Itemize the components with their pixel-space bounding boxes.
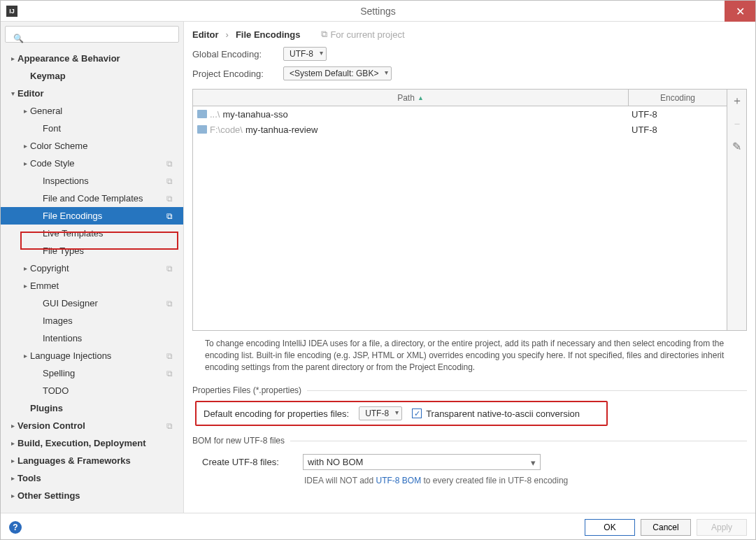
tree-item-label: Other Settings — [17, 490, 183, 501]
table-row[interactable]: ...\my-tanahua-ssoUTF-8 — [193, 106, 727, 122]
close-button[interactable]: ✕ — [725, 1, 755, 22]
tree-item-color-scheme[interactable]: ▸Color Scheme — [1, 137, 183, 155]
chevron-right-icon: › — [226, 29, 229, 40]
chevron-right-icon: ▸ — [8, 439, 17, 447]
settings-content: Editor › File Encodings ⧉ For current pr… — [184, 22, 755, 513]
tree-item-todo[interactable]: TODO — [1, 382, 183, 399]
tree-item-images[interactable]: Images — [1, 312, 183, 329]
tree-item-intentions[interactable]: Intentions — [1, 329, 183, 347]
tree-item-live-templates[interactable]: Live Templates — [1, 225, 183, 242]
encoding-cell: UTF-8 — [629, 125, 727, 135]
transparent-ascii-checkbox[interactable]: ✓ — [412, 408, 422, 418]
breadcrumb: Editor › File Encodings ⧉ For current pr… — [192, 29, 747, 40]
tree-item-file-encodings[interactable]: File Encodings⧉ — [1, 207, 183, 225]
tree-item-plugins[interactable]: Plugins — [1, 399, 183, 417]
tree-item-font[interactable]: Font — [1, 120, 183, 137]
tree-item-label: Build, Execution, Deployment — [17, 438, 183, 448]
tree-item-label: File Encodings — [43, 211, 166, 221]
tree-item-languages-frameworks[interactable]: ▸Languages & Frameworks — [1, 452, 183, 469]
chevron-right-icon: ▸ — [8, 422, 17, 429]
chevron-right-icon: ▸ — [20, 264, 30, 272]
encoding-table: Path ▲ Encoding ...\my-tanahua-ssoUTF-8F… — [192, 89, 747, 331]
bom-select[interactable]: with NO BOM — [303, 454, 541, 470]
help-button[interactable]: ? — [9, 521, 22, 534]
project-encoding-label: Project Encoding: — [192, 69, 276, 79]
tree-item-label: TODO — [43, 385, 183, 396]
chevron-right-icon: ▸ — [8, 492, 17, 499]
tree-item-label: Font — [43, 123, 183, 134]
tree-item-gui-designer[interactable]: GUI Designer⧉ — [1, 294, 183, 312]
per-project-icon: ⧉ — [166, 159, 180, 169]
properties-encoding-select[interactable]: UTF-8 — [359, 406, 402, 420]
tree-item-label: Languages & Frameworks — [17, 455, 183, 466]
col-path[interactable]: Path ▲ — [193, 90, 629, 106]
tree-item-label: Live Templates — [43, 228, 183, 239]
col-encoding[interactable]: Encoding — [629, 90, 727, 106]
cancel-button[interactable]: Cancel — [641, 519, 691, 536]
tree-item-label: Keymap — [30, 71, 183, 81]
remove-row-button[interactable]: － — [732, 117, 743, 132]
add-row-button[interactable]: ＋ — [732, 94, 743, 108]
tree-item-copyright[interactable]: ▸Copyright⧉ — [1, 260, 183, 277]
ok-button[interactable]: OK — [585, 519, 635, 536]
search-icon: 🔍 — [13, 34, 24, 43]
tree-item-language-injections[interactable]: ▸Language Injections⧉ — [1, 347, 183, 364]
per-project-icon: ⧉ — [166, 421, 180, 431]
tree-item-other-settings[interactable]: ▸Other Settings — [1, 487, 183, 504]
global-encoding-select[interactable]: UTF-8 — [283, 47, 327, 61]
search-input[interactable] — [5, 26, 179, 43]
app-icon: IJ — [6, 6, 17, 17]
tree-item-version-control[interactable]: ▸Version Control⧉ — [1, 417, 183, 434]
tree-item-label: Spelling — [43, 368, 166, 378]
tree-item-file-and-code-templates[interactable]: File and Code Templates⧉ — [1, 190, 183, 207]
tree-item-keymap[interactable]: Keymap — [1, 67, 183, 85]
chevron-right-icon: ▸ — [20, 282, 30, 290]
copy-icon: ⧉ — [321, 29, 327, 40]
tree-item-emmet[interactable]: ▸Emmet — [1, 277, 183, 294]
tree-item-file-types[interactable]: File Types — [1, 242, 183, 260]
tree-item-appearance-behavior[interactable]: ▸Appearance & Behavior — [1, 50, 183, 67]
help-text: To change encoding IntelliJ IDEA uses fo… — [192, 331, 747, 383]
properties-section-label: Properties Files (*.properties) — [192, 385, 301, 395]
utf8-bom-link[interactable]: UTF-8 BOM — [376, 476, 421, 485]
edit-row-button[interactable]: ✎ — [732, 140, 741, 153]
encoding-cell: UTF-8 — [629, 109, 727, 120]
tree-item-label: Copyright — [30, 263, 166, 273]
window-title: Settings — [1, 6, 755, 17]
properties-encoding-label: Default encoding for properties files: — [204, 408, 349, 419]
tree-item-label: Tools — [17, 473, 183, 483]
tree-item-label: Language Injections — [30, 350, 166, 361]
chevron-right-icon: ▸ — [20, 142, 30, 150]
tree-item-editor[interactable]: ▾Editor — [1, 85, 183, 102]
tree-item-label: GUI Designer — [43, 298, 166, 308]
tree-item-label: General — [30, 106, 183, 116]
per-project-icon: ⧉ — [166, 369, 180, 378]
table-row[interactable]: F:\code\my-tanhua-reviewUTF-8 — [193, 122, 727, 137]
chevron-right-icon: ▸ — [20, 352, 30, 360]
bom-section-label: BOM for new UTF-8 files — [192, 436, 285, 446]
tree-item-label: Version Control — [17, 420, 166, 431]
tree-item-general[interactable]: ▸General — [1, 102, 183, 120]
tree-item-label: File Types — [43, 246, 183, 256]
tree-item-code-style[interactable]: ▸Code Style⧉ — [1, 155, 183, 172]
project-encoding-select[interactable]: <System Default: GBK> — [283, 66, 392, 80]
tree-item-spelling[interactable]: Spelling⧉ — [1, 364, 183, 382]
tree-item-tools[interactable]: ▸Tools — [1, 469, 183, 487]
tree-item-label: Appearance & Behavior — [17, 53, 183, 64]
tree-item-label: Editor — [17, 88, 183, 99]
breadcrumb-root[interactable]: Editor — [192, 29, 219, 40]
breadcrumb-page: File Encodings — [236, 29, 300, 40]
apply-button[interactable]: Apply — [697, 519, 747, 536]
sort-asc-icon: ▲ — [418, 94, 424, 101]
tree-item-inspections[interactable]: Inspections⧉ — [1, 172, 183, 190]
tree-item-label: Intentions — [43, 333, 183, 343]
tree-item-label: Emmet — [30, 280, 183, 291]
tree-item-label: Images — [43, 315, 183, 326]
chevron-right-icon: ▸ — [8, 474, 17, 482]
tree-item-label: Code Style — [30, 158, 166, 169]
chevron-right-icon: ▸ — [8, 55, 17, 62]
tree-item-build-execution-deployment[interactable]: ▸Build, Execution, Deployment — [1, 434, 183, 452]
per-project-icon: ⧉ — [166, 211, 180, 221]
dialog-footer: ? OK Cancel Apply — [1, 513, 755, 540]
scope-badge: ⧉ For current project — [321, 29, 404, 40]
